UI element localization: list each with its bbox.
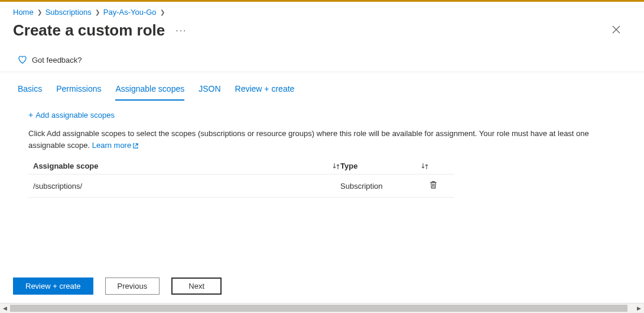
breadcrumb: Home ❯ Subscriptions ❯ Pay-As-You-Go ❯ (0, 2, 644, 19)
close-button[interactable] (607, 22, 625, 39)
more-actions-icon[interactable]: ··· (175, 25, 187, 36)
scroll-left-arrow-icon[interactable]: ◀ (0, 304, 10, 314)
tab-assignable-scopes[interactable]: Assignable scopes (115, 80, 184, 101)
scroll-right-arrow-icon[interactable]: ▶ (634, 304, 644, 314)
trash-icon (429, 180, 438, 189)
footer-buttons: Review + create Previous Next (0, 270, 644, 302)
tab-json[interactable]: JSON (199, 80, 220, 101)
cell-type: Subscription (340, 180, 429, 191)
breadcrumb-home[interactable]: Home (13, 8, 34, 17)
plus-icon: + (28, 110, 33, 120)
add-assignable-scopes-button[interactable]: + Add assignable scopes (28, 107, 616, 123)
close-icon (612, 25, 620, 34)
tabs: Basics Permissions Assignable scopes JSO… (0, 72, 644, 101)
sort-icon[interactable] (421, 162, 429, 170)
heart-icon (18, 55, 27, 64)
scroll-thumb[interactable] (10, 305, 627, 312)
scroll-track[interactable] (10, 304, 634, 313)
page-title: Create a custom role (13, 21, 165, 40)
table-header: Assignable scope Type (28, 158, 454, 175)
delete-scope-button[interactable] (429, 180, 438, 191)
table-row[interactable]: /subscriptions/ Subscription (28, 175, 454, 198)
breadcrumb-payg[interactable]: Pay-As-You-Go (103, 8, 157, 17)
external-link-icon (132, 143, 139, 149)
chevron-right-icon: ❯ (160, 9, 165, 15)
add-link-label: Add assignable scopes (35, 111, 115, 120)
horizontal-scrollbar[interactable]: ◀ ▶ (0, 303, 644, 313)
title-row: Create a custom role ··· (0, 19, 644, 50)
tab-permissions[interactable]: Permissions (56, 80, 101, 101)
review-create-button[interactable]: Review + create (13, 277, 93, 295)
tab-basics[interactable]: Basics (18, 80, 42, 101)
column-type-header: Type (340, 162, 357, 170)
feedback-bar[interactable]: Got feedback? (0, 50, 644, 72)
learn-more-link[interactable]: Learn more (92, 141, 139, 150)
chevron-right-icon: ❯ (95, 9, 100, 15)
column-scope-header: Assignable scope (33, 162, 99, 170)
feedback-label: Got feedback? (32, 56, 82, 64)
cell-scope: /subscriptions/ (33, 180, 340, 191)
next-button[interactable]: Next (171, 277, 222, 295)
tab-review-create[interactable]: Review + create (235, 80, 295, 101)
sort-icon[interactable] (332, 162, 340, 170)
previous-button[interactable]: Previous (105, 277, 160, 295)
scopes-table: Assignable scope Type /subscriptions/ Su… (28, 158, 454, 198)
help-text: Click Add assignable scopes to select th… (28, 128, 596, 151)
chevron-right-icon: ❯ (37, 9, 42, 15)
breadcrumb-subscriptions[interactable]: Subscriptions (45, 8, 92, 17)
content-area: + Add assignable scopes Click Add assign… (0, 101, 644, 198)
